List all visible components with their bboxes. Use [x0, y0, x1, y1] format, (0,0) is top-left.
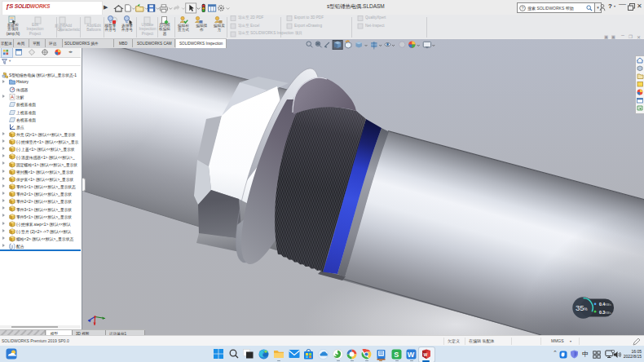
svg-text:W: W — [424, 352, 428, 357]
svg-text:S: S — [394, 351, 399, 359]
svg-text:A: A — [11, 95, 14, 99]
svg-text:W: W — [408, 351, 415, 359]
svg-text:?: ? — [522, 6, 524, 11]
